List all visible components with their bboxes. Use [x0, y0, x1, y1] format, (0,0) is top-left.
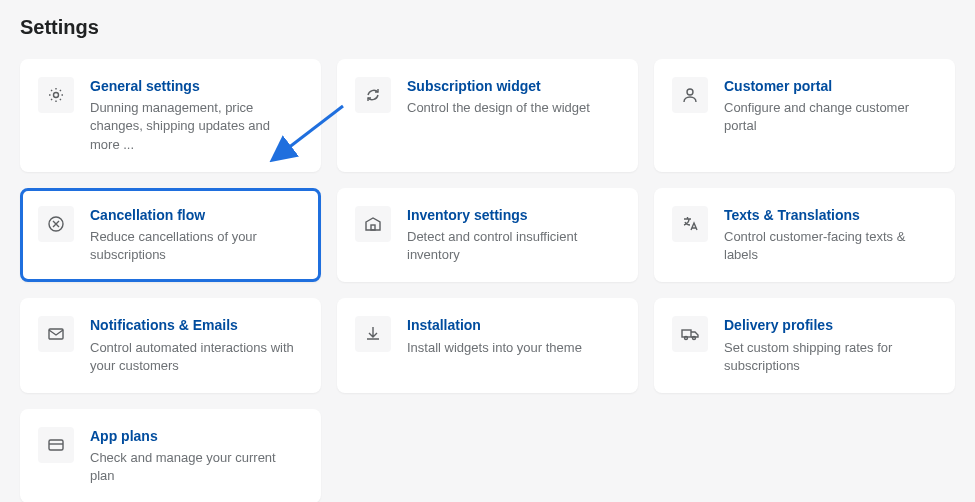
card-notifications-emails[interactable]: Notifications & Emails Control automated…: [20, 298, 321, 393]
svg-rect-8: [49, 440, 63, 450]
card-app-plans[interactable]: App plans Check and manage your current …: [20, 409, 321, 502]
mail-icon: [38, 316, 74, 352]
card-title: Cancellation flow: [90, 206, 303, 224]
card-title: Delivery profiles: [724, 316, 937, 334]
settings-cards-grid: General settings Dunning management, pri…: [20, 59, 955, 502]
card-customer-portal[interactable]: Customer portal Configure and change cus…: [654, 59, 955, 172]
card-delivery-profiles[interactable]: Delivery profiles Set custom shipping ra…: [654, 298, 955, 393]
svg-rect-4: [49, 329, 63, 339]
card-inventory-settings[interactable]: Inventory settings Detect and control in…: [337, 188, 638, 283]
svg-point-0: [54, 93, 59, 98]
card-desc: Set custom shipping rates for subscripti…: [724, 339, 937, 375]
person-icon: [672, 77, 708, 113]
card-desc: Control customer-facing texts & labels: [724, 228, 937, 264]
card-desc: Dunning management, price changes, shipp…: [90, 99, 303, 154]
svg-point-1: [687, 89, 693, 95]
card-desc: Check and manage your current plan: [90, 449, 303, 485]
cancel-icon: [38, 206, 74, 242]
card-title: Notifications & Emails: [90, 316, 303, 334]
refresh-icon: [355, 77, 391, 113]
page-title: Settings: [20, 16, 955, 39]
card-title: Texts & Translations: [724, 206, 937, 224]
card-desc: Control the design of the widget: [407, 99, 620, 117]
card-desc: Reduce cancellations of your subscriptio…: [90, 228, 303, 264]
svg-rect-3: [371, 225, 375, 230]
card-subscription-widget[interactable]: Subscription widget Control the design o…: [337, 59, 638, 172]
gear-icon: [38, 77, 74, 113]
card-desc: Detect and control insufficient inventor…: [407, 228, 620, 264]
card-title: Inventory settings: [407, 206, 620, 224]
card-title: Subscription widget: [407, 77, 620, 95]
truck-icon: [672, 316, 708, 352]
card-general-settings[interactable]: General settings Dunning management, pri…: [20, 59, 321, 172]
translate-icon: [672, 206, 708, 242]
card-desc: Configure and change customer portal: [724, 99, 937, 135]
card-installation[interactable]: Installation Install widgets into your t…: [337, 298, 638, 393]
card-title: Customer portal: [724, 77, 937, 95]
inventory-icon: [355, 206, 391, 242]
card-icon: [38, 427, 74, 463]
card-title: App plans: [90, 427, 303, 445]
svg-point-7: [693, 337, 696, 340]
card-desc: Control automated interactions with your…: [90, 339, 303, 375]
card-desc: Install widgets into your theme: [407, 339, 620, 357]
card-texts-translations[interactable]: Texts & Translations Control customer-fa…: [654, 188, 955, 283]
card-title: Installation: [407, 316, 620, 334]
card-cancellation-flow[interactable]: Cancellation flow Reduce cancellations o…: [20, 188, 321, 283]
card-title: General settings: [90, 77, 303, 95]
download-icon: [355, 316, 391, 352]
svg-point-6: [685, 337, 688, 340]
